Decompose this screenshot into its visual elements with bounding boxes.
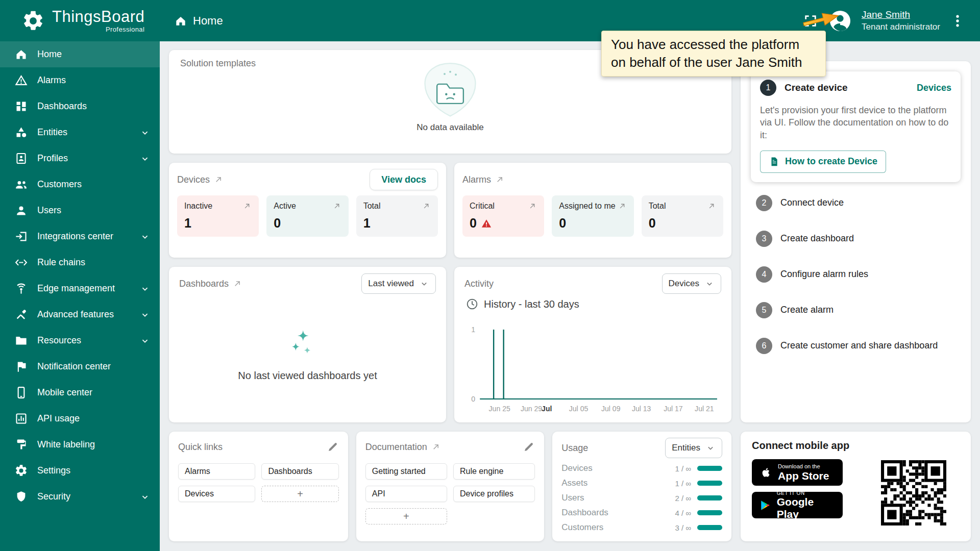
sidebar-item-users[interactable]: Users [0, 197, 160, 223]
sidebar-item-api-usage[interactable]: API usage [0, 406, 160, 432]
usage-row-dashboards: Dashboards4 / ∞ [561, 508, 722, 518]
card-title: Usage [561, 443, 588, 454]
users-icon [14, 204, 28, 217]
user-role: Tenant administrator [862, 21, 940, 33]
sidebar-item-customers[interactable]: Customers [0, 171, 160, 197]
link-chip-api[interactable]: API [365, 486, 447, 502]
external-link-icon[interactable] [213, 174, 224, 185]
external-link-icon [332, 202, 341, 211]
usage-row-users: Users2 / ∞ [561, 493, 722, 503]
sidebar-item-profiles[interactable]: Profiles [0, 145, 160, 171]
link-chip-rule-engine[interactable]: Rule engine [453, 463, 535, 480]
chevron-down-icon [139, 231, 151, 242]
external-link-icon[interactable] [232, 279, 242, 289]
sidebar-item-white-labeling[interactable]: White labeling [0, 432, 160, 458]
devices-tile-total[interactable]: Total1 [356, 195, 438, 237]
alarms-tile-assigned-to-me[interactable]: Assigned to me0 [552, 195, 633, 237]
last-viewed-dropdown[interactable]: Last viewed [361, 273, 436, 294]
step-title: Create dashboard [780, 233, 961, 244]
getting-started-step-2[interactable]: 2Connect device [741, 188, 971, 218]
tile-label: Total [649, 202, 707, 211]
link-chip-device-profiles[interactable]: Device profiles [453, 486, 535, 502]
activity-entity-dropdown[interactable]: Devices [662, 273, 721, 294]
getting-started-step-4[interactable]: 4Configure alarm rules [741, 260, 971, 289]
tile-value: 0 [649, 216, 656, 231]
add-link-chip[interactable]: + [365, 508, 447, 524]
sidebar-item-alarms[interactable]: Alarms [0, 67, 160, 93]
api-icon [14, 412, 28, 425]
step-title: Create device [785, 82, 917, 93]
usage-progress-bar [697, 481, 722, 486]
link-chip-getting-started[interactable]: Getting started [365, 463, 447, 480]
main-content: Solution templates No data available Dev… [160, 41, 980, 551]
sidebar-item-resources[interactable]: Resources [0, 328, 160, 354]
tile-label: Active [274, 202, 332, 211]
app-store-badge[interactable]: Download on the App Store [752, 459, 843, 486]
sidebar-item-label: Advanced features [37, 309, 139, 320]
alarms-tile-critical[interactable]: Critical0 [462, 195, 544, 237]
devices-link[interactable]: Devices [917, 83, 951, 93]
sidebar-item-dashboards[interactable]: Dashboards [0, 93, 160, 119]
alarms-card: Alarms Critical0Assigned to me0Total0 [454, 163, 731, 258]
add-link-chip[interactable]: + [261, 486, 338, 502]
alarms-tile-total[interactable]: Total0 [642, 195, 723, 237]
user-info[interactable]: Jane Smith Tenant administrator [862, 9, 940, 33]
sidebar-item-notification-center[interactable]: Notification center [0, 354, 160, 380]
svg-text:Jul 17: Jul 17 [664, 405, 683, 413]
sidebar-item-home[interactable]: Home [0, 41, 160, 67]
pointer-arrow-icon [799, 4, 842, 30]
thingsboard-logo-icon [21, 9, 45, 33]
sidebar-item-integrations-center[interactable]: Integrations center [0, 223, 160, 249]
user-name[interactable]: Jane Smith [862, 9, 940, 21]
thingsboard-logo[interactable]: ThingsBoard Professional [0, 9, 160, 33]
advanced-icon [14, 308, 28, 321]
external-link-icon[interactable] [495, 174, 505, 185]
external-link-icon[interactable] [431, 442, 441, 452]
qr-code [881, 460, 946, 525]
more-menu-icon[interactable] [949, 13, 966, 29]
svg-text:1: 1 [471, 325, 475, 334]
chevron-down-icon [705, 443, 716, 453]
document-icon [769, 156, 780, 167]
sidebar-item-advanced-features[interactable]: Advanced features [0, 302, 160, 328]
chevron-down-icon [704, 279, 715, 289]
getting-started-step-6[interactable]: 6Create customer and share dashboard [741, 331, 971, 361]
step-title: Create customer and share dashboard [780, 340, 961, 351]
sidebar-item-edge-management[interactable]: Edge management [0, 276, 160, 302]
view-docs-button[interactable]: View docs [370, 169, 438, 190]
sidebar-item-mobile-center[interactable]: Mobile center [0, 380, 160, 406]
tile-value: 1 [184, 216, 191, 231]
sidebar: HomeAlarmsDashboardsEntitiesProfilesCust… [0, 41, 160, 551]
svg-text:Jul 21: Jul 21 [695, 405, 714, 413]
edit-pencil-icon[interactable] [327, 441, 339, 453]
edit-pencil-icon[interactable] [523, 441, 535, 453]
link-chip-dashboards[interactable]: Dashboards [261, 463, 338, 480]
tile-value: 1 [363, 216, 371, 231]
devices-tile-inactive[interactable]: Inactive1 [177, 195, 259, 237]
usage-progress-bar [697, 525, 722, 530]
usage-label: Assets [561, 478, 675, 488]
step-number-badge: 3 [756, 231, 772, 247]
google-play-icon [759, 499, 771, 512]
usage-label: Dashboards [561, 508, 675, 518]
card-title: Activity [464, 279, 494, 289]
sidebar-item-entities[interactable]: Entities [0, 119, 160, 145]
badge-line1: Download on the [778, 463, 829, 469]
edge-icon [14, 282, 28, 295]
sidebar-item-settings[interactable]: Settings [0, 458, 160, 484]
getting-started-step-5[interactable]: 5Create alarm [741, 295, 971, 325]
usage-entity-dropdown[interactable]: Entities [665, 438, 722, 458]
sidebar-item-security[interactable]: Security [0, 484, 160, 510]
link-chip-alarms[interactable]: Alarms [178, 463, 255, 480]
badge-line1: GET IT ON [777, 490, 836, 496]
getting-started-step-3[interactable]: 3Create dashboard [741, 224, 971, 254]
devices-tile-active[interactable]: Active0 [266, 195, 348, 237]
external-link-icon [618, 202, 627, 211]
link-chip-devices[interactable]: Devices [178, 486, 255, 502]
usage-card: Usage Entities Devices1 / ∞Assets1 / ∞Us… [552, 432, 731, 541]
google-play-badge[interactable]: GET IT ON Google Play [752, 492, 843, 518]
sidebar-item-label: White labeling [37, 439, 151, 450]
usage-value: 2 / ∞ [675, 494, 691, 503]
how-to-create-device-button[interactable]: How to create Device [760, 151, 886, 173]
sidebar-item-rule-chains[interactable]: Rule chains [0, 249, 160, 276]
